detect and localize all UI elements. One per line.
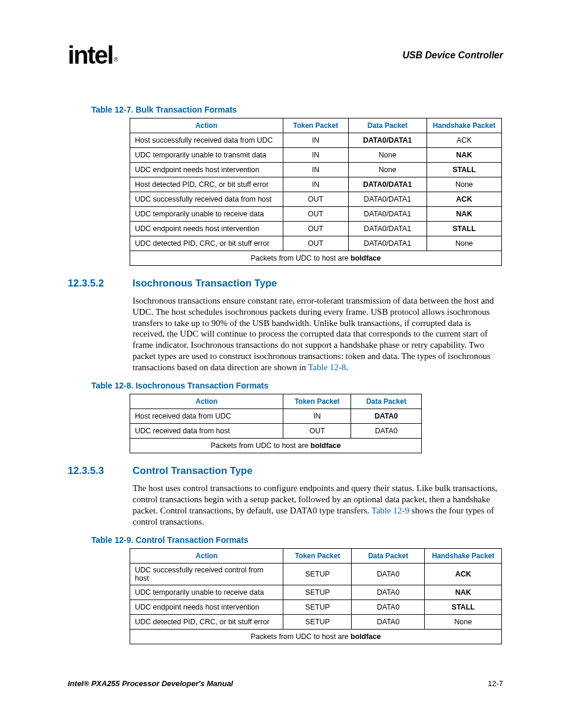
table-footer: Packets from UDC to host are boldface	[130, 251, 502, 266]
footer-prefix: Packets from UDC to host are	[211, 442, 311, 450]
footer-manual-title: Intel® PXA255 Processor Developer's Manu…	[68, 679, 233, 688]
table-12-7: Action Token Packet Data Packet Handshak…	[130, 118, 502, 266]
section-title: Control Transaction Type	[133, 465, 253, 477]
cell-token: IN	[283, 409, 351, 424]
cell-data: DATA0/DATA1	[348, 207, 427, 222]
cell-token: OUT	[283, 424, 351, 439]
cell-action: UDC successfully received data from host	[130, 192, 283, 207]
table-12-7-caption: Table 12-7. Bulk Transaction Formats	[91, 105, 503, 114]
cell-handshake: NAK	[425, 585, 502, 600]
table-header-row: Action Token Packet Data Packet	[130, 394, 422, 409]
chapter-title: USB Device Controller	[402, 50, 503, 61]
cell-token: SETUP	[283, 564, 352, 585]
cell-action: UDC temporarily unable to receive data	[130, 585, 283, 600]
table-footer-row: Packets from UDC to host are boldface	[130, 439, 422, 453]
section-12-3-5-2-para: Isochronous transactions ensure constant…	[133, 295, 503, 373]
table-row: UDC temporarily unable to transmit dataI…	[130, 148, 502, 163]
cell-handshake: NAK	[427, 207, 501, 222]
table-row: UDC detected PID, CRC, or bit stuff erro…	[130, 236, 502, 251]
table-row: UDC temporarily unable to receive dataOU…	[130, 207, 502, 222]
cell-data: None	[348, 163, 427, 177]
section-number: 12.3.5.3	[68, 465, 133, 477]
table-row: UDC temporarily unable to receive dataSE…	[130, 585, 502, 600]
cell-token: OUT	[283, 236, 348, 251]
cell-handshake: STALL	[427, 163, 501, 177]
col-action: Action	[130, 394, 283, 409]
col-data: Data Packet	[352, 549, 425, 564]
cell-handshake: None	[427, 177, 501, 192]
table-row: UDC successfully received control from h…	[130, 564, 502, 585]
cell-token: OUT	[283, 222, 348, 236]
cell-data: DATA0/DATA1	[348, 133, 427, 148]
cell-action: UDC endpoint needs host intervention	[130, 163, 283, 177]
cell-handshake: ACK	[427, 192, 501, 207]
col-token: Token Packet	[283, 394, 351, 409]
table-row: UDC endpoint needs host interventionSETU…	[130, 600, 502, 615]
table-row: Host received data from UDCINDATA0	[130, 409, 422, 424]
cell-token: OUT	[283, 192, 348, 207]
cell-data: DATA0/DATA1	[348, 177, 427, 192]
xref-table-12-9[interactable]: Table 12-9	[372, 506, 409, 515]
table-footer: Packets from UDC to host are boldface	[130, 439, 422, 453]
cell-handshake: ACK	[427, 133, 501, 148]
col-data: Data Packet	[351, 394, 422, 409]
cell-token: SETUP	[283, 585, 352, 600]
cell-action: Host successfully received data from UDC	[130, 133, 283, 148]
cell-token: IN	[283, 133, 348, 148]
logo-text: intel	[68, 41, 113, 69]
cell-data: DATA0	[352, 615, 425, 630]
cell-data: DATA0/DATA1	[348, 222, 427, 236]
table-12-9: Action Token Packet Data Packet Handshak…	[130, 548, 502, 644]
footer-prefix: Packets from UDC to host are	[251, 254, 351, 262]
cell-token: SETUP	[283, 600, 352, 615]
table-row: UDC successfully received data from host…	[130, 192, 502, 207]
cell-token: SETUP	[283, 615, 352, 630]
col-action: Action	[130, 118, 283, 133]
table-12-8-caption: Table 12-8. Isochronous Transaction Form…	[91, 381, 503, 390]
footer-bold: boldface	[351, 633, 381, 641]
footer-prefix: Packets from UDC to host are	[251, 633, 351, 641]
cell-action: UDC detected PID, CRC, or bit stuff erro…	[130, 236, 283, 251]
table-row: UDC detected PID, CRC, or bit stuff erro…	[130, 615, 502, 630]
xref-table-12-8[interactable]: Table 12-8	[308, 363, 346, 372]
cell-handshake: None	[425, 615, 502, 630]
table-footer-row: Packets from UDC to host are boldface	[130, 251, 502, 266]
table-footer: Packets from UDC to host are boldface	[130, 630, 502, 644]
cell-data: DATA0	[351, 424, 422, 439]
cell-handshake: STALL	[427, 222, 501, 236]
footer-bold: boldface	[351, 254, 381, 262]
cell-action: UDC temporarily unable to transmit data	[130, 148, 283, 163]
para-post: .	[346, 363, 348, 372]
col-handshake: Handshake Packet	[427, 118, 501, 133]
cell-token: IN	[283, 163, 348, 177]
cell-token: OUT	[283, 207, 348, 222]
cell-action: Host received data from UDC	[130, 409, 283, 424]
footer-page-number: 12-7	[488, 679, 503, 688]
col-action: Action	[130, 549, 283, 564]
cell-action: UDC endpoint needs host intervention	[130, 600, 283, 615]
table-header-row: Action Token Packet Data Packet Handshak…	[130, 549, 502, 564]
cell-action: UDC detected PID, CRC, or bit stuff erro…	[130, 615, 283, 630]
table-row: UDC endpoint needs host interventionINNo…	[130, 163, 502, 177]
cell-data: DATA0/DATA1	[348, 236, 427, 251]
section-12-3-5-2-heading: 12.3.5.2 Isochronous Transaction Type	[68, 278, 503, 289]
col-token: Token Packet	[283, 118, 348, 133]
cell-action: UDC successfully received control from h…	[130, 564, 283, 585]
table-row: Host successfully received data from UDC…	[130, 133, 502, 148]
cell-action: UDC temporarily unable to receive data	[130, 207, 283, 222]
intel-logo: intel®	[68, 41, 117, 70]
cell-data: DATA0	[351, 409, 422, 424]
cell-token: IN	[283, 148, 348, 163]
registered-mark: ®	[114, 57, 118, 63]
table-12-8: Action Token Packet Data Packet Host rec…	[130, 394, 422, 453]
cell-data: DATA0	[352, 600, 425, 615]
page-header: intel® USB Device Controller	[68, 41, 503, 70]
footer-bold: boldface	[310, 442, 340, 450]
cell-data: None	[348, 148, 427, 163]
table-footer-row: Packets from UDC to host are boldface	[130, 630, 502, 644]
cell-handshake: None	[427, 236, 501, 251]
table-row: UDC endpoint needs host interventionOUTD…	[130, 222, 502, 236]
col-token: Token Packet	[283, 549, 352, 564]
table-row: UDC received data from hostOUTDATA0	[130, 424, 422, 439]
cell-data: DATA0/DATA1	[348, 192, 427, 207]
